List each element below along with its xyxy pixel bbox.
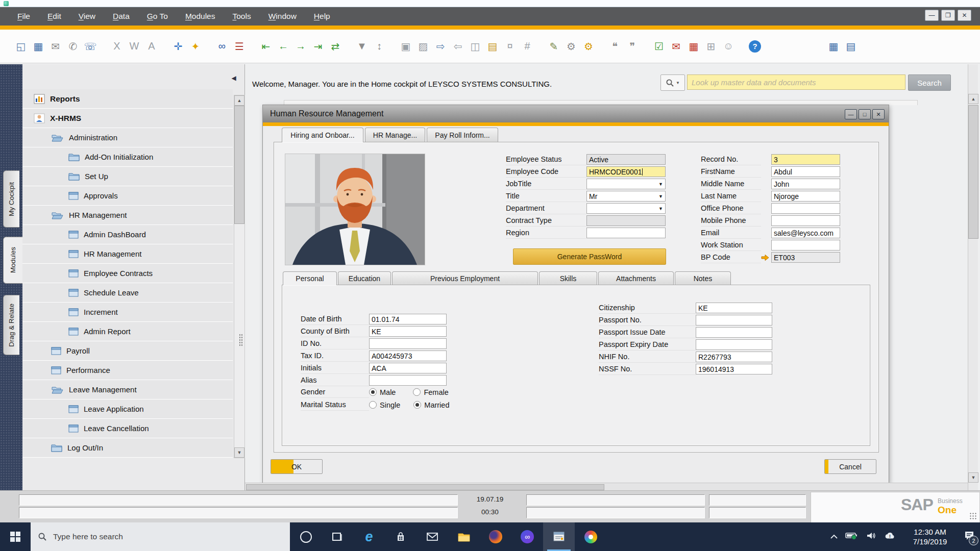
scroll-down-icon[interactable]: ▼ bbox=[234, 447, 244, 458]
middle-name-field[interactable]: John bbox=[771, 179, 840, 189]
next-record-icon[interactable]: → bbox=[292, 38, 309, 55]
vertical-scrollbar[interactable]: ▲ ▼ bbox=[968, 64, 978, 490]
taskbar-icon-store[interactable] bbox=[385, 522, 416, 551]
payment-wizard-icon[interactable]: ¤ bbox=[501, 38, 519, 55]
scroll-down-icon[interactable]: ▼ bbox=[968, 472, 978, 483]
sidebar-scrollbar[interactable]: ▲ ▼ bbox=[234, 95, 245, 458]
taskbar-icon-task-view[interactable] bbox=[322, 522, 353, 551]
sms-icon[interactable]: ✆ bbox=[64, 38, 82, 55]
copy-icon[interactable]: ▣ bbox=[397, 38, 414, 55]
form-settings-icon[interactable]: ⚙ bbox=[580, 38, 597, 55]
export-word-icon[interactable]: W bbox=[126, 38, 143, 55]
sidebar-item-hr-management[interactable]: HR Management bbox=[22, 244, 233, 264]
email-icon[interactable]: ✉ bbox=[47, 38, 64, 55]
duplicate-icon[interactable]: ◫ bbox=[467, 38, 484, 55]
menu-item-go-to[interactable]: Go To bbox=[147, 12, 168, 21]
tray-chevron-up-icon[interactable] bbox=[830, 532, 838, 541]
record-no-field[interactable]: 3 bbox=[771, 154, 840, 165]
org-chart-icon[interactable]: ⊞ bbox=[702, 38, 720, 55]
radio-unselected-icon[interactable] bbox=[369, 401, 377, 409]
subtab-personal[interactable]: Personal bbox=[283, 271, 337, 285]
lookup-search-button[interactable]: ▼ bbox=[660, 74, 685, 91]
initials-field[interactable]: ACA bbox=[369, 363, 447, 373]
battery-icon[interactable] bbox=[845, 531, 859, 542]
sidebar-item-leave-management[interactable]: Leave Management bbox=[22, 380, 233, 399]
taskbar-icon-cortana[interactable] bbox=[290, 522, 322, 551]
link-arrow-icon[interactable] bbox=[761, 252, 771, 263]
region-field[interactable] bbox=[586, 228, 666, 238]
nhif-no-field[interactable]: R2267793 bbox=[696, 352, 772, 362]
messages-icon[interactable]: ❞ bbox=[624, 38, 641, 55]
ok-button[interactable]: OK bbox=[271, 459, 323, 474]
taskbar-icon-sap-business-one[interactable] bbox=[543, 522, 575, 551]
sort-icon[interactable]: ↕ bbox=[371, 38, 388, 55]
menu-item-help[interactable]: Help bbox=[314, 12, 330, 21]
sidebar-item-leave-application[interactable]: Leave Application bbox=[22, 399, 233, 419]
mail-alert-icon[interactable]: ✉ bbox=[668, 38, 685, 55]
query-icon[interactable]: # bbox=[519, 38, 536, 55]
menu-item-file[interactable]: File bbox=[17, 12, 30, 21]
menu-item-window[interactable]: Window bbox=[268, 12, 297, 21]
sidebar-item-admin-report[interactable]: Admin Report bbox=[22, 322, 233, 341]
sidebar-item-administration[interactable]: Administration bbox=[22, 128, 233, 147]
resize-grip[interactable] bbox=[969, 512, 977, 520]
menu-item-edit[interactable]: Edit bbox=[47, 12, 61, 21]
office-phone-field[interactable] bbox=[771, 203, 840, 214]
document-gold-icon[interactable]: ▤ bbox=[484, 38, 501, 55]
onedrive-cloud-icon[interactable]: ! bbox=[884, 531, 896, 542]
nssf-no-field[interactable]: 196014913 bbox=[696, 364, 772, 374]
email-field[interactable]: sales@leysco.com bbox=[771, 228, 840, 238]
move-icon[interactable]: ✛ bbox=[169, 38, 187, 55]
passport-issue-date-field[interactable] bbox=[696, 327, 772, 338]
side-tab-drag-relate[interactable]: Drag & Relate bbox=[3, 295, 19, 355]
firstname-field[interactable]: Abdul bbox=[771, 166, 840, 177]
help-icon[interactable]: ? bbox=[746, 38, 764, 55]
copy-from-icon[interactable]: ⇦ bbox=[449, 38, 467, 55]
fax-icon[interactable]: ☏ bbox=[82, 38, 99, 55]
subtab-education[interactable]: Education bbox=[338, 271, 391, 285]
checklist-icon[interactable]: ☰ bbox=[231, 38, 248, 55]
menu-item-data[interactable]: Data bbox=[113, 12, 130, 21]
citizenship-field[interactable]: KE bbox=[696, 303, 772, 313]
scroll-up-icon[interactable]: ▲ bbox=[968, 94, 978, 104]
edit-icon[interactable]: ✎ bbox=[545, 38, 562, 55]
lock-icon[interactable]: ✦ bbox=[187, 38, 204, 55]
calculator-icon[interactable]: ▦ bbox=[825, 38, 842, 55]
tab-pay-roll-inform[interactable]: Pay Roll Inform... bbox=[427, 128, 498, 142]
taskbar-icon-mail[interactable] bbox=[416, 522, 448, 551]
marital-option-single[interactable]: Single bbox=[369, 401, 400, 409]
app-minimize-button[interactable]: — bbox=[925, 10, 939, 21]
keyboard-icon[interactable]: ▤ bbox=[842, 38, 860, 55]
hrm-maximize-button[interactable]: □ bbox=[859, 109, 871, 119]
remarks-icon[interactable]: ❝ bbox=[606, 38, 624, 55]
radio-selected-icon[interactable] bbox=[413, 401, 421, 409]
print-icon[interactable]: ▦ bbox=[30, 38, 47, 55]
find-icon[interactable]: ∞ bbox=[213, 38, 231, 55]
employee-icon[interactable]: ☺ bbox=[720, 38, 737, 55]
menu-item-modules[interactable]: Modules bbox=[185, 12, 215, 21]
hrm-close-button[interactable]: ✕ bbox=[872, 109, 885, 119]
bp-code-field[interactable]: ET003 bbox=[771, 252, 840, 263]
subtab-notes[interactable]: Notes bbox=[675, 271, 731, 285]
subtab-attachments[interactable]: Attachments bbox=[598, 271, 674, 285]
menu-item-view[interactable]: View bbox=[79, 12, 95, 21]
sidebar-item-schedule-leave[interactable]: Schedule Leave bbox=[22, 283, 233, 303]
scroll-up-icon[interactable]: ▲ bbox=[234, 95, 244, 106]
sidebar-item-payroll[interactable]: Payroll bbox=[22, 341, 233, 361]
volume-icon[interactable] bbox=[866, 531, 877, 543]
taskbar-icon-paint-3d[interactable] bbox=[575, 522, 606, 551]
taskbar-clock[interactable]: 12:30 AM 7/19/2019 bbox=[903, 527, 957, 546]
subtab-skills[interactable]: Skills bbox=[539, 271, 597, 285]
mobile-phone-field[interactable] bbox=[771, 215, 840, 226]
sidebar-item-employee-contracts[interactable]: Employee Contracts bbox=[22, 264, 233, 283]
generate-password-button[interactable]: Generate PassWord bbox=[513, 248, 666, 265]
passport-no-field[interactable] bbox=[696, 315, 772, 325]
side-tab-my-cockpit[interactable]: My Cockpit bbox=[3, 170, 19, 228]
hrm-minimize-button[interactable]: — bbox=[845, 109, 857, 119]
sidebar-splitter-handle[interactable] bbox=[239, 334, 243, 346]
county-of-birth-field[interactable]: KE bbox=[369, 326, 447, 337]
document-settings-icon[interactable]: ⚙ bbox=[562, 38, 580, 55]
sidebar-item-approvals[interactable]: Approvals bbox=[22, 186, 233, 206]
start-button[interactable] bbox=[0, 522, 31, 551]
sidebar-item-set-up[interactable]: Set Up bbox=[22, 167, 233, 186]
